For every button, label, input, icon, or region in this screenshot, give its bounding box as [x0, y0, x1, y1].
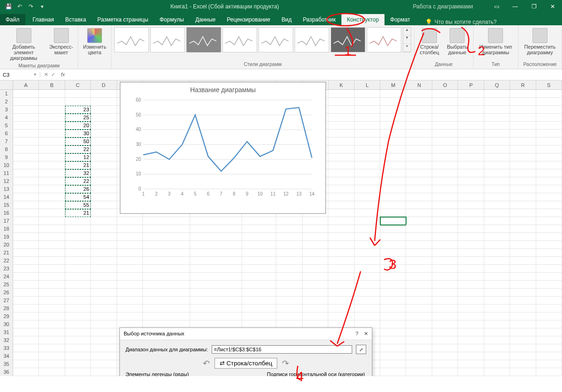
row-header[interactable]: 19 — [0, 233, 13, 241]
cell[interactable] — [406, 305, 432, 312]
cell[interactable] — [143, 289, 190, 297]
cell[interactable] — [190, 225, 242, 233]
qat-more-icon[interactable]: ▾ — [37, 2, 47, 11]
cell[interactable] — [406, 233, 432, 241]
cell[interactable] — [510, 257, 536, 265]
cell[interactable] — [484, 217, 510, 225]
cell[interactable] — [303, 225, 328, 233]
cell[interactable] — [484, 153, 510, 161]
cell[interactable] — [536, 281, 562, 289]
cell[interactable] — [143, 281, 190, 289]
row-header[interactable]: 11 — [0, 169, 13, 177]
cell[interactable] — [13, 344, 39, 352]
row-header[interactable]: 28 — [0, 305, 13, 312]
cell[interactable] — [39, 225, 65, 233]
cell[interactable] — [91, 114, 117, 122]
cell[interactable] — [406, 114, 432, 122]
cell[interactable] — [91, 344, 117, 352]
cell[interactable] — [242, 273, 277, 281]
cell[interactable] — [458, 265, 484, 273]
cell[interactable] — [484, 344, 510, 352]
cell[interactable] — [380, 114, 406, 122]
tab-review[interactable]: Рецензирование — [221, 14, 276, 25]
cell[interactable] — [406, 328, 432, 336]
cell[interactable] — [117, 233, 143, 241]
cell[interactable] — [380, 169, 406, 177]
cell[interactable] — [143, 273, 190, 281]
cell[interactable] — [328, 114, 354, 122]
cell[interactable] — [510, 217, 536, 225]
cell[interactable] — [406, 344, 432, 352]
row-header[interactable]: 14 — [0, 193, 13, 201]
cell[interactable] — [65, 297, 91, 305]
change-chart-type-button[interactable]: Изменить тип диаграммы — [476, 27, 515, 56]
row-header[interactable]: 6 — [0, 130, 13, 138]
cell[interactable] — [328, 122, 354, 130]
cell[interactable] — [484, 360, 510, 368]
cell[interactable] — [242, 305, 277, 312]
cell[interactable] — [458, 241, 484, 249]
cell[interactable] — [510, 305, 536, 312]
chart-style-1[interactable] — [114, 27, 149, 52]
cell[interactable] — [13, 185, 39, 193]
cell[interactable] — [458, 352, 484, 360]
cell[interactable] — [117, 312, 143, 320]
cell[interactable] — [276, 241, 302, 249]
cell[interactable] — [39, 114, 65, 122]
cell[interactable] — [458, 201, 484, 209]
cell[interactable] — [355, 289, 380, 297]
cell[interactable] — [117, 289, 143, 297]
row-header[interactable]: 33 — [0, 344, 13, 352]
cell[interactable] — [190, 312, 242, 320]
cell[interactable] — [536, 249, 562, 257]
cell[interactable] — [13, 320, 39, 328]
cell[interactable] — [143, 217, 190, 225]
cell[interactable] — [432, 114, 458, 122]
cell[interactable] — [65, 289, 91, 297]
cell[interactable] — [380, 305, 406, 312]
cell[interactable] — [432, 320, 458, 328]
cell[interactable] — [406, 249, 432, 257]
chart-style-2[interactable] — [150, 27, 185, 52]
cell[interactable] — [510, 185, 536, 193]
cell[interactable] — [190, 289, 242, 297]
cell[interactable] — [303, 305, 328, 312]
cell[interactable]: 22 — [65, 145, 91, 153]
cell[interactable] — [39, 289, 65, 297]
cell[interactable] — [458, 161, 484, 169]
cell[interactable] — [242, 225, 277, 233]
chart-style-4[interactable] — [222, 27, 257, 52]
cell[interactable] — [303, 281, 328, 289]
cell[interactable] — [65, 312, 91, 320]
cell[interactable] — [91, 257, 117, 265]
cell[interactable] — [406, 257, 432, 265]
cell[interactable] — [355, 201, 380, 209]
name-box[interactable]: C3▼ — [0, 72, 40, 78]
cell[interactable] — [432, 225, 458, 233]
cell[interactable] — [355, 130, 380, 138]
cell[interactable] — [13, 368, 39, 376]
cell[interactable] — [536, 217, 562, 225]
cell[interactable] — [536, 161, 562, 169]
cell[interactable] — [380, 352, 406, 360]
cell[interactable] — [432, 257, 458, 265]
cell[interactable] — [276, 297, 302, 305]
cell[interactable] — [91, 328, 117, 336]
cell[interactable] — [406, 368, 432, 376]
cell[interactable] — [510, 106, 536, 114]
cell[interactable] — [39, 368, 65, 376]
cell[interactable]: 26 — [65, 185, 91, 193]
cell[interactable] — [484, 265, 510, 273]
close-icon[interactable]: ✕ — [543, 3, 562, 10]
cell[interactable] — [380, 273, 406, 281]
cell[interactable] — [432, 273, 458, 281]
cell[interactable] — [484, 201, 510, 209]
cell[interactable]: 22 — [65, 177, 91, 185]
cell[interactable] — [432, 161, 458, 169]
cell[interactable] — [13, 305, 39, 312]
cell[interactable] — [432, 344, 458, 352]
cell[interactable] — [190, 257, 242, 265]
cell[interactable] — [242, 233, 277, 241]
cell[interactable] — [190, 281, 242, 289]
cell[interactable] — [406, 185, 432, 193]
